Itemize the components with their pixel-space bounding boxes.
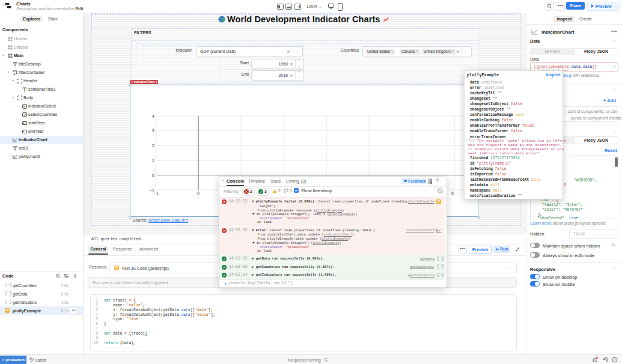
svg-text:6: 6 [451,190,454,196]
svg-text:−1: −1 [154,190,159,196]
svg-text:1: 1 [152,157,154,163]
svg-text:4: 4 [152,113,154,118]
svg-text:3: 3 [152,127,154,133]
svg-text:?: ? [614,358,616,362]
svg-text:2: 2 [152,142,154,148]
svg-text:0: 0 [197,190,200,196]
svg-text:0: 0 [152,172,154,178]
